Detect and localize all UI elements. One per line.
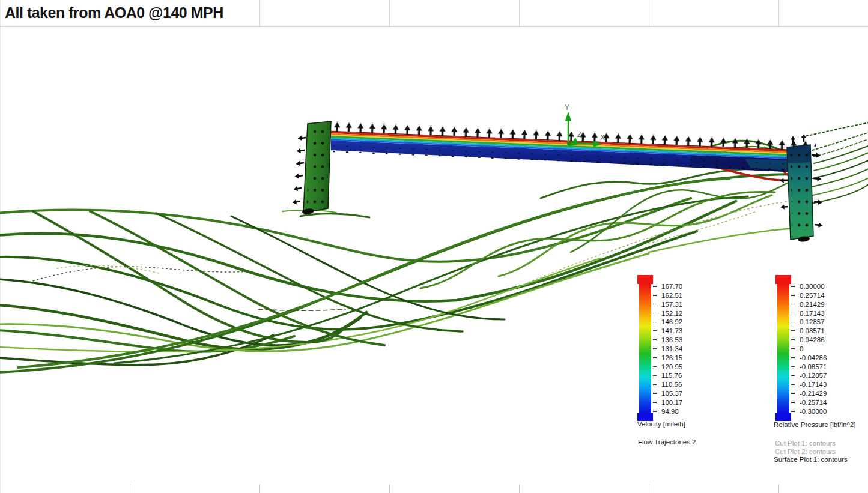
tick-mark (791, 339, 795, 340)
velocity-tick: 162.51 (653, 292, 682, 299)
velocity-tick-value: 167.70 (661, 283, 682, 290)
tick-mark (791, 357, 795, 358)
pressure-tick: -0.25714 (791, 399, 827, 406)
pressure-tick: 0.12857 (791, 318, 827, 325)
axis-y-arrow (565, 112, 571, 121)
tick-mark (791, 366, 795, 367)
tick-mark (791, 384, 795, 386)
velocity-tick-value: 126.15 (661, 354, 682, 361)
spreadsheet-canvas: All taken from AOA0 @140 MPH (0, 0, 868, 493)
velocity-tick-value: 136.53 (661, 336, 682, 343)
pressure-tick: -0.30000 (791, 408, 827, 415)
axis-x-label: X (600, 133, 605, 142)
axis-z-label: Z (577, 130, 581, 139)
pressure-tick: -0.12857 (791, 372, 827, 379)
pressure-tick-value: -0.12857 (800, 372, 827, 379)
tick-mark (653, 330, 657, 331)
tick-mark (653, 286, 657, 287)
left-endplate (292, 121, 331, 215)
pressure-tick: 0.04286 (791, 336, 827, 343)
pressure-tick: -0.17143 (791, 381, 827, 388)
pressure-tick: -0.21429 (791, 390, 827, 397)
tick-mark (791, 322, 795, 323)
pressure-tick: -0.04286 (791, 354, 827, 361)
pressure-tick: -0.08571 (791, 363, 827, 371)
tick-mark (791, 295, 795, 296)
pressure-tick-value: -0.30000 (800, 408, 827, 415)
velocity-tick-list: 167.70 162.51 157.31 152.12 146.92 141.7… (653, 283, 682, 415)
pressure-tick-value: 0.12857 (800, 318, 825, 325)
pressure-tick: 0.25714 (791, 292, 827, 299)
velocity-tick: 152.12 (653, 310, 682, 317)
tick-mark (653, 393, 657, 394)
pressure-tick-value: -0.04286 (800, 354, 827, 361)
velocity-tick: 131.34 (653, 345, 682, 352)
velocity-tick-value: 120.95 (661, 363, 682, 371)
pressure-tick: 0 (791, 345, 827, 352)
velocity-tick: 120.95 (653, 363, 682, 371)
tick-mark (791, 375, 795, 377)
pressure-tick-value: 0.17143 (800, 310, 825, 317)
pressure-tick: 0.08571 (791, 327, 827, 334)
velocity-unit-label: Velocity [mile/h] (637, 420, 685, 428)
pressure-tick: 0.17143 (791, 310, 827, 317)
velocity-tick-value: 146.92 (661, 318, 682, 325)
flow-trajectories-caption: Flow Trajectories 2 (638, 438, 696, 446)
tick-mark (791, 313, 795, 314)
velocity-tick-value: 141.73 (661, 327, 682, 334)
tick-mark (653, 357, 657, 358)
pressure-unit-label: Relative Pressure [lbf/in^2] (774, 421, 855, 428)
pressure-tick-value: -0.21429 (800, 390, 827, 397)
tick-mark (653, 295, 657, 296)
pressure-tick-value: 0.21429 (800, 301, 825, 308)
pressure-tick-value: 0.30000 (800, 283, 825, 290)
tick-mark (791, 348, 795, 349)
tick-mark (791, 411, 795, 412)
cut-plot-2-caption: Cut Plot 2: contours (775, 448, 836, 455)
pressure-tick-value: 0.08571 (800, 327, 825, 334)
pressure-tick-list: 0.30000 0.25714 0.21429 0.17143 0.12857 … (791, 283, 827, 415)
pressure-tick-value: -0.17143 (800, 381, 827, 388)
velocity-tick: 115.76 (653, 372, 682, 379)
velocity-tick-value: 94.98 (661, 408, 679, 415)
tick-mark (653, 384, 657, 386)
velocity-colorbar-max-cap (637, 275, 653, 284)
velocity-tick: 141.73 (653, 327, 682, 334)
pressure-tick-value: -0.08571 (800, 363, 827, 371)
velocity-tick: 157.31 (653, 301, 682, 308)
tick-mark (653, 322, 657, 323)
tick-mark (791, 286, 795, 287)
surface-plot-1-caption: Surface Plot 1: contours (774, 456, 848, 463)
tick-mark (653, 375, 657, 377)
velocity-tick: 167.70 (653, 283, 682, 290)
velocity-colorbar (639, 284, 651, 413)
velocity-tick-value: 152.12 (661, 310, 682, 317)
velocity-tick: 136.53 (653, 336, 682, 343)
velocity-tick-value: 100.17 (661, 399, 682, 406)
axis-y-label: Y (565, 103, 569, 112)
tick-mark (653, 411, 657, 412)
pressure-tick-value: 0.25714 (800, 292, 825, 299)
tick-mark (791, 330, 795, 331)
wing (331, 121, 816, 173)
tick-mark (653, 366, 657, 367)
tick-mark (653, 304, 657, 305)
velocity-tick-value: 110.56 (661, 381, 682, 388)
tick-mark (653, 339, 657, 340)
velocity-tick: 146.92 (653, 318, 682, 325)
tick-mark (653, 402, 657, 403)
tick-mark (791, 304, 795, 305)
velocity-tick-value: 115.76 (661, 372, 682, 379)
pressure-tick-value: -0.25714 (800, 399, 827, 406)
velocity-tick: 110.56 (653, 381, 682, 388)
tick-mark (653, 348, 657, 349)
cfd-viewport: Y X Z (0, 0, 868, 493)
pressure-colorbar-max-cap (775, 275, 791, 284)
pressure-tick-value: 0 (800, 345, 803, 352)
velocity-tick-value: 131.34 (661, 345, 682, 352)
velocity-tick-value: 162.51 (661, 292, 682, 299)
pressure-colorbar (777, 284, 789, 413)
velocity-tick: 126.15 (653, 354, 682, 361)
tick-mark (791, 393, 795, 394)
tick-mark (653, 313, 657, 314)
